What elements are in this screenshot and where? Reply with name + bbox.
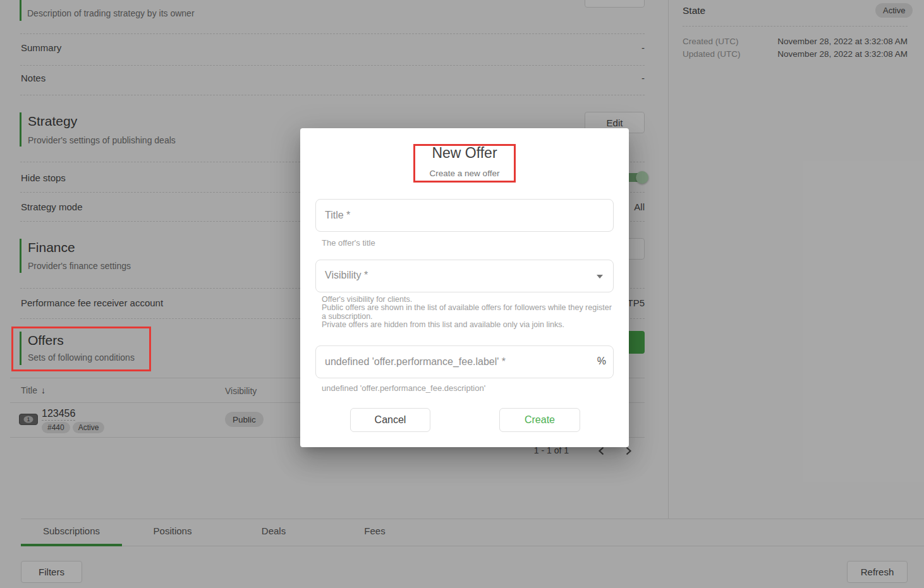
dialog-title: New Offer xyxy=(300,145,629,162)
strategy-details-page: Description of trading strategy by its o… xyxy=(0,0,924,588)
performance-fee-helper: undefined 'offer.performance_fee.descrip… xyxy=(322,383,485,393)
offer-title-helper: The offer's title xyxy=(322,238,375,248)
new-offer-dialog: New Offer Create a new offer The offer's… xyxy=(300,128,629,447)
cancel-button[interactable]: Cancel xyxy=(350,408,430,432)
dialog-subtitle: Create a new offer xyxy=(300,169,629,178)
offer-title-input[interactable] xyxy=(316,200,613,231)
visibility-helper: Offer's visibility for clients. Public o… xyxy=(322,296,614,330)
offer-title-field xyxy=(315,199,614,232)
performance-fee-input[interactable] xyxy=(316,346,613,378)
chevron-down-icon xyxy=(597,275,603,279)
create-button[interactable]: Create xyxy=(499,408,580,432)
percent-suffix: % xyxy=(597,356,606,367)
visibility-placeholder: Visibility * xyxy=(325,270,368,281)
visibility-select[interactable]: Visibility * xyxy=(315,260,614,292)
performance-fee-field: % xyxy=(315,345,614,378)
